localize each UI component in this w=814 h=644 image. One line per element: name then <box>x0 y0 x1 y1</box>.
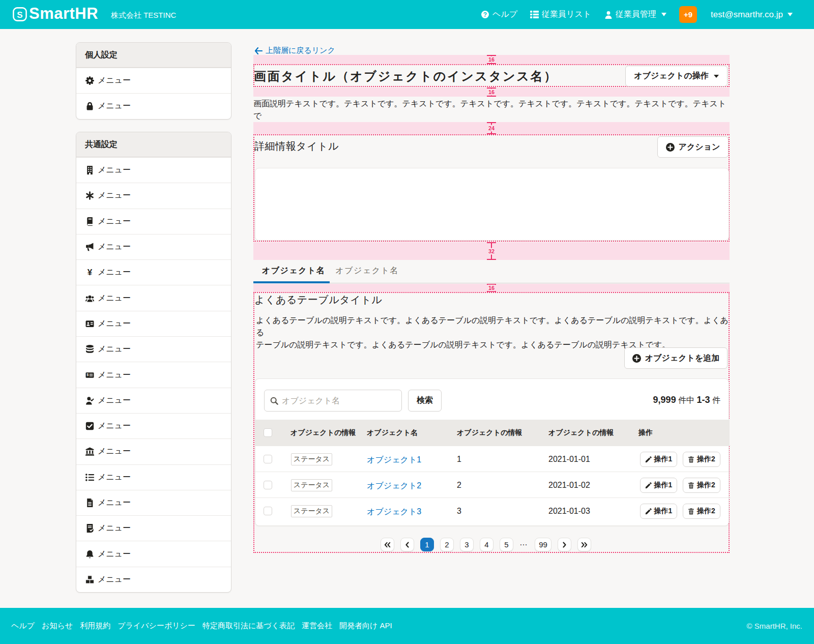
svg-text:S: S <box>17 10 22 20</box>
svg-text:$: $ <box>87 373 89 377</box>
